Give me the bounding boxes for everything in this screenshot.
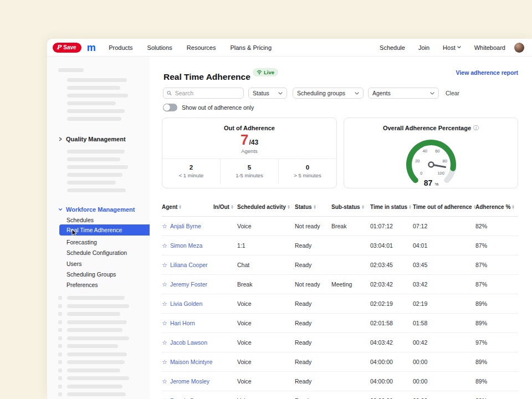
sidebar-item-label: Workforce Management: [66, 206, 135, 213]
agent-name[interactable]: Jerome Mosley: [170, 378, 209, 385]
table-row[interactable]: ☆Livia GoldenVoiceReady02:02:1902:1989%: [162, 294, 518, 314]
show-out-of-adherence-toggle[interactable]: [163, 104, 177, 111]
status-dropdown[interactable]: Status: [248, 88, 287, 99]
count-value: 7: [241, 132, 248, 147]
search-input[interactable]: [174, 89, 240, 97]
table-row[interactable]: ☆Jacob LawsonVoiceReady04:03:4200:4297%: [162, 333, 518, 352]
sidebar-item-real-time-adherence-selected[interactable]: Real Time Adherence: [59, 224, 150, 236]
nav-item-schedule[interactable]: Schedule: [380, 44, 405, 51]
star-icon[interactable]: ☆: [162, 262, 167, 269]
star-icon[interactable]: ☆: [162, 320, 167, 327]
toggle-label: Show out of adherence only: [182, 104, 254, 111]
adherence-cell: 87%: [475, 242, 518, 249]
sidebar-item-preferences[interactable]: Preferences: [66, 280, 98, 290]
nav-item-whiteboard[interactable]: Whiteboard: [474, 44, 505, 51]
user-avatar[interactable]: [514, 43, 524, 53]
pinterest-save-label: Save: [63, 44, 76, 50]
star-icon[interactable]: ☆: [162, 339, 167, 346]
agent-name[interactable]: Maison Mcintyre: [170, 359, 212, 365]
in-out-cell: [213, 339, 237, 346]
table-row[interactable]: ☆Jerome MosleyVoiceReady04:00:0000:0089%: [162, 372, 518, 391]
table-row[interactable]: ☆Liliana CooperChatReady02:03:4503:4587%: [162, 255, 518, 275]
adherence-cell: 89%: [475, 359, 518, 365]
agent-name-cell[interactable]: ☆Livia Golden: [162, 300, 213, 308]
skeleton-bar: [58, 68, 84, 72]
star-icon[interactable]: ☆: [162, 281, 167, 288]
sidebar-item-schedules[interactable]: Schedules: [66, 215, 94, 225]
agent-name-cell[interactable]: ☆Jerome Mosley: [162, 378, 213, 385]
adherence-cell: 87%: [475, 281, 518, 288]
table-row[interactable]: ☆Simon Meza1:1Ready03:04:0104:0187%: [162, 236, 518, 255]
nav-item-host-label: Host: [443, 44, 456, 51]
agent-name[interactable]: Jeremy Foster: [170, 281, 207, 288]
star-icon[interactable]: ☆: [162, 359, 167, 366]
sidebar-item-quality-management[interactable]: Quality Management: [47, 134, 150, 144]
sidebar-item-schedule-configuration[interactable]: Schedule Configuration: [66, 248, 127, 258]
search-box[interactable]: [163, 88, 244, 99]
column-header-status[interactable]: Status: [295, 204, 331, 210]
column-header-sub-status[interactable]: Sub-status: [331, 204, 370, 210]
agent-name[interactable]: Livia Golden: [170, 300, 202, 307]
column-header-scheduled-activity[interactable]: Scheduled activity: [237, 204, 295, 210]
toggle-knob: [163, 104, 170, 111]
column-header-time-in-status[interactable]: Time in status: [370, 204, 413, 210]
sidebar-item-workforce-management[interactable]: Workforce Management: [47, 204, 150, 214]
gauge-tick: 100: [437, 171, 444, 176]
agent-name-cell[interactable]: ☆Maison Mcintyre: [162, 359, 213, 366]
clear-filters-button[interactable]: Clear: [446, 90, 459, 96]
scheduling-groups-dropdown[interactable]: Scheduling groups: [293, 88, 364, 99]
agent-name-cell[interactable]: ☆Reggie Pearson: [162, 397, 213, 399]
agent-name[interactable]: Jacob Lawson: [170, 339, 207, 346]
skeleton-bar: [67, 336, 129, 340]
agent-name[interactable]: Simon Meza: [170, 242, 202, 249]
info-icon[interactable]: ⓘ: [473, 125, 479, 131]
agent-name[interactable]: Anjali Byrne: [170, 223, 201, 229]
pinterest-save-button[interactable]: P Save: [53, 43, 81, 53]
scheduled-activity-cell: 1:1: [237, 242, 295, 249]
agent-name-cell[interactable]: ☆Liliana Cooper: [162, 262, 213, 269]
table-row[interactable]: ☆Hari HornVoiceReady02:01:5801:5889%: [162, 314, 518, 333]
skeleton-bar: [67, 392, 126, 396]
status-cell: Ready: [295, 262, 331, 268]
sidebar-item-scheduling-groups[interactable]: Scheduling Groups: [66, 269, 116, 279]
nav-item-plans-pricing[interactable]: Plans & Pricing: [230, 44, 272, 51]
star-icon[interactable]: ☆: [162, 397, 167, 399]
star-icon[interactable]: ☆: [162, 223, 167, 230]
skeleton-bar: [67, 360, 125, 364]
nav-item-products[interactable]: Products: [109, 44, 132, 51]
pinterest-icon: P: [57, 44, 61, 50]
table-row[interactable]: ☆Reggie PearsonVoiceReady03:30:0000:0089…: [162, 391, 518, 399]
column-header-adherence-pct[interactable]: Adherence %: [475, 204, 518, 210]
time-out-of-adherence-cell: 00:00: [413, 359, 475, 365]
agents-dropdown[interactable]: Agents: [368, 88, 439, 99]
zoom-logo[interactable]: m: [87, 43, 96, 53]
nav-item-host[interactable]: Host: [443, 44, 461, 51]
star-icon[interactable]: ☆: [162, 300, 167, 308]
nav-item-join[interactable]: Join: [418, 44, 429, 51]
agent-name[interactable]: Hari Horn: [170, 320, 195, 326]
table-row[interactable]: ☆Maison McintyreVoiceReady04:00:0000:008…: [162, 352, 518, 372]
column-header-in-out[interactable]: In/Out: [213, 204, 237, 210]
sidebar-item-forecasting[interactable]: Forecasting: [66, 237, 97, 247]
table-row[interactable]: ☆Jeremy FosterBreakNot readyMeeting02:03…: [162, 275, 518, 294]
agent-name[interactable]: Liliana Cooper: [170, 262, 208, 268]
agent-name-cell[interactable]: ☆Jacob Lawson: [162, 339, 213, 346]
view-adherence-report-link[interactable]: View adherence report: [456, 69, 518, 76]
column-header-time-out-of-adherence[interactable]: Time out of adherence: [413, 204, 475, 210]
nav-item-resources[interactable]: Resources: [187, 44, 216, 51]
adherence-cell: 97%: [475, 339, 518, 346]
time-out-of-adherence-cell: 01:58: [413, 320, 475, 326]
adherence-cell: 89%: [475, 300, 518, 307]
sidebar-item-users[interactable]: Users: [66, 259, 81, 269]
star-icon[interactable]: ☆: [162, 378, 167, 385]
agent-name-cell[interactable]: ☆Simon Meza: [162, 242, 213, 249]
agent-name-cell[interactable]: ☆Hari Horn: [162, 320, 213, 327]
column-header-agent[interactable]: Agent: [162, 204, 213, 210]
agent-name-cell[interactable]: ☆Anjali Byrne: [162, 223, 213, 230]
star-icon[interactable]: ☆: [162, 242, 167, 249]
main-content: Real Time Adherence Live View adherence …: [150, 57, 532, 399]
agent-name-cell[interactable]: ☆Jeremy Foster: [162, 281, 213, 288]
nav-item-solutions[interactable]: Solutions: [147, 44, 172, 51]
table-row[interactable]: ☆Anjali ByrneVoiceNot readyBreak01:07:12…: [162, 217, 518, 236]
sort-icon: [179, 205, 181, 209]
